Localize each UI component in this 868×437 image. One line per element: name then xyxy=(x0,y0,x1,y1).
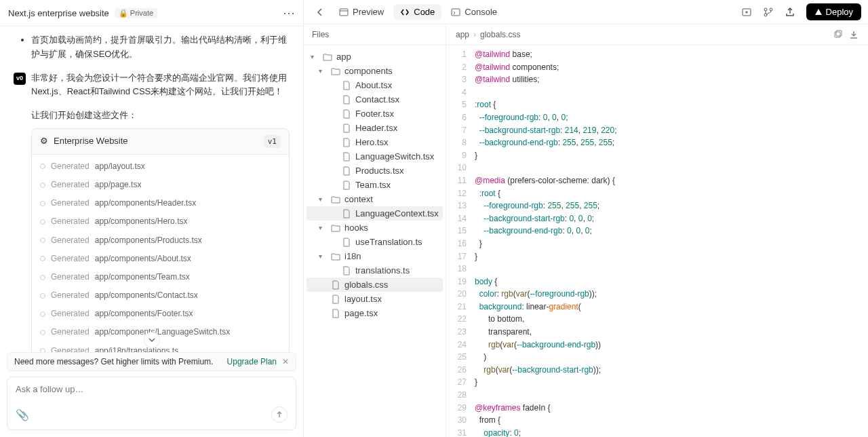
code-content[interactable]: } xyxy=(475,238,482,250)
gen-item: Generated app/components/About.tsx xyxy=(32,250,289,268)
code-content[interactable]: ) xyxy=(475,351,486,364)
tree-file[interactable]: LanguageSwitch.tsx xyxy=(307,149,443,164)
code-line: 18 xyxy=(446,263,868,276)
line-number: 10 xyxy=(446,162,475,174)
tree-file[interactable]: LanguageContext.tsx xyxy=(307,206,443,221)
tree-file[interactable]: Header.tsx xyxy=(307,121,443,135)
tree-file[interactable]: useTranslation.ts xyxy=(307,235,443,249)
tree-file[interactable]: Footer.tsx xyxy=(307,107,443,121)
code-content[interactable]: @tailwind components; xyxy=(475,61,559,74)
code-content[interactable]: @keyframes fadeIn { xyxy=(475,402,551,415)
code-content[interactable]: from { xyxy=(475,414,500,427)
copy-icon[interactable] xyxy=(833,30,842,39)
files-label: Files xyxy=(304,24,446,45)
close-icon[interactable]: ✕ xyxy=(282,357,289,366)
tree-file[interactable]: page.tsx xyxy=(307,306,443,320)
code-content[interactable]: color: rgb(var(--foreground-rgb)); xyxy=(475,288,597,301)
code-content[interactable]: :root { xyxy=(475,187,500,200)
code-line: 19body { xyxy=(446,276,868,288)
triangle-icon xyxy=(814,8,823,16)
tree-file[interactable]: Products.tsx xyxy=(307,164,443,178)
code-content[interactable]: --background-end-rgb: 0, 0, 0; xyxy=(475,225,592,238)
code-content[interactable]: @tailwind base; xyxy=(475,48,532,61)
svg-point-5 xyxy=(770,8,772,11)
code-line: 9} xyxy=(446,149,868,162)
tab-preview[interactable]: Preview xyxy=(332,4,391,20)
code-line: 8 --background-end-rgb: 255, 255, 255; xyxy=(446,136,868,149)
tree-folder[interactable]: ▾components xyxy=(307,64,443,78)
code-content[interactable]: --foreground-rgb: 0, 0, 0; xyxy=(475,111,568,124)
breadcrumb-segment[interactable]: app xyxy=(456,30,469,39)
tree-file[interactable]: Team.tsx xyxy=(307,178,443,192)
tree-label: Contact.tsx xyxy=(355,94,399,104)
tree-file[interactable]: About.tsx xyxy=(307,78,443,92)
code-icon xyxy=(400,7,410,17)
code-content[interactable]: transparent, xyxy=(475,326,532,339)
code-content[interactable]: @media (prefers-color-scheme: dark) { xyxy=(475,174,615,187)
code-content[interactable]: to bottom, xyxy=(475,313,524,326)
tab-code[interactable]: Code xyxy=(393,4,441,20)
gen-item: Generated app/components/Header.tsx xyxy=(32,194,289,212)
tree-label: LanguageSwitch.tsx xyxy=(355,151,434,162)
code-content[interactable]: } xyxy=(475,376,477,389)
add-panel-icon[interactable] xyxy=(737,3,756,22)
tree-folder[interactable]: ▾i18n xyxy=(307,249,443,263)
tree-file[interactable]: Hero.tsx xyxy=(307,135,443,149)
line-number: 19 xyxy=(446,276,475,288)
line-number: 21 xyxy=(446,301,475,314)
tab-console[interactable]: Console xyxy=(444,4,504,20)
line-number: 20 xyxy=(446,288,475,301)
code-content[interactable]: :root { xyxy=(475,98,496,111)
tree-file[interactable]: translations.ts xyxy=(307,263,443,278)
code-line: 28 xyxy=(446,389,868,402)
tree-file[interactable]: globals.css xyxy=(307,278,443,292)
share-icon[interactable] xyxy=(781,3,800,22)
attach-icon[interactable]: 📎 xyxy=(16,408,29,421)
scroll-down-button[interactable] xyxy=(144,332,160,348)
tree-folder[interactable]: ▾hooks xyxy=(307,221,443,235)
line-number: 14 xyxy=(446,212,475,225)
branch-icon[interactable] xyxy=(759,3,778,22)
code-content[interactable]: body { xyxy=(475,276,497,288)
code-content[interactable]: rgb(var(--background-end-rgb)) xyxy=(475,339,601,352)
code-line: 1@tailwind base; xyxy=(446,48,868,61)
send-button[interactable] xyxy=(271,406,288,423)
line-number: 13 xyxy=(446,200,475,212)
line-number: 12 xyxy=(446,187,475,200)
code-content[interactable]: } xyxy=(475,149,477,162)
download-icon[interactable] xyxy=(849,30,859,39)
tree-label: Hero.tsx xyxy=(355,137,388,147)
code-content[interactable]: --background-end-rgb: 255, 255, 255; xyxy=(475,136,614,149)
svg-rect-2 xyxy=(452,9,460,16)
code-content[interactable]: --background-start-rgb: 0, 0, 0; xyxy=(475,212,594,225)
tree-folder[interactable]: ▾app xyxy=(307,50,443,64)
svg-rect-8 xyxy=(836,31,842,36)
tree-file[interactable]: Contact.tsx xyxy=(307,92,443,107)
deploy-button[interactable]: Deploy xyxy=(806,3,861,20)
line-number: 27 xyxy=(446,376,475,389)
more-menu-icon[interactable]: ⋯ xyxy=(283,5,295,20)
code-content[interactable]: rgb(var(--background-start-rgb)); xyxy=(475,364,601,377)
svg-rect-0 xyxy=(340,9,348,16)
line-number: 30 xyxy=(446,414,475,427)
terminal-icon xyxy=(451,7,460,17)
code-content[interactable]: --foreground-rgb: 255, 255, 255; xyxy=(475,200,599,212)
line-number: 26 xyxy=(446,364,475,377)
code-content[interactable]: background: linear-gradient( xyxy=(475,301,581,314)
project-title: Next.js enterprise website xyxy=(8,8,109,18)
tree-label: Products.tsx xyxy=(355,166,404,176)
line-number: 2 xyxy=(446,61,475,74)
followup-input[interactable] xyxy=(16,384,288,394)
tree-file[interactable]: layout.tsx xyxy=(307,292,443,306)
breadcrumb-segment[interactable]: globals.css xyxy=(480,30,520,39)
tree-folder[interactable]: ▾context xyxy=(307,192,443,206)
version-badge: v1 xyxy=(264,135,281,149)
line-number: 3 xyxy=(446,73,475,86)
code-content[interactable]: --background-start-rgb: 214, 219, 220; xyxy=(475,124,617,137)
collapse-panel-icon[interactable] xyxy=(311,3,330,22)
code-content[interactable]: } xyxy=(475,250,477,263)
code-content[interactable]: @tailwind utilities; xyxy=(475,73,540,86)
gen-item: Generated app/components/Products.tsx xyxy=(32,231,289,250)
upgrade-link[interactable]: Upgrade Plan xyxy=(227,357,277,366)
code-content[interactable]: opacity: 0; xyxy=(475,427,521,437)
